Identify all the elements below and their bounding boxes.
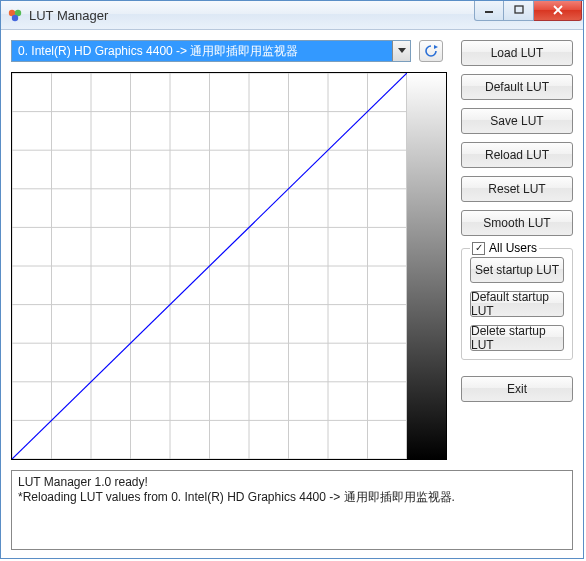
delete-startup-lut-button[interactable]: Delete startup LUT — [470, 325, 564, 351]
save-lut-button[interactable]: Save LUT — [461, 108, 573, 134]
refresh-icon — [423, 43, 439, 59]
client-area: 0. Intel(R) HD Graphics 4400 -> 通用即插即用监视… — [1, 30, 583, 558]
device-select[interactable]: 0. Intel(R) HD Graphics 4400 -> 通用即插即用监视… — [11, 40, 411, 62]
svg-marker-8 — [434, 45, 438, 49]
load-lut-button[interactable]: Load LUT — [461, 40, 573, 66]
minimize-button[interactable] — [474, 1, 504, 21]
window-title: LUT Manager — [29, 8, 108, 23]
app-icon — [7, 7, 23, 23]
exit-button[interactable]: Exit — [461, 376, 573, 402]
reload-lut-button[interactable]: Reload LUT — [461, 142, 573, 168]
button-panel: Load LUT Default LUT Save LUT Reload LUT… — [447, 40, 573, 402]
reset-lut-button[interactable]: Reset LUT — [461, 176, 573, 202]
titlebar[interactable]: LUT Manager — [1, 1, 583, 30]
svg-marker-7 — [398, 48, 406, 53]
maximize-button[interactable] — [504, 1, 534, 21]
close-button[interactable] — [534, 1, 582, 21]
app-window: LUT Manager 0. Intel(R) HD Graphics 4400… — [0, 0, 584, 559]
default-startup-lut-button[interactable]: Default startup LUT — [470, 291, 564, 317]
lut-chart-container — [11, 72, 447, 460]
log-output: LUT Manager 1.0 ready! *Reloading LUT va… — [11, 470, 573, 550]
set-startup-lut-button[interactable]: Set startup LUT — [470, 257, 564, 283]
gradient-scale — [406, 73, 446, 459]
device-select-value: 0. Intel(R) HD Graphics 4400 -> 通用即插即用监视… — [12, 41, 392, 61]
window-controls — [474, 1, 582, 21]
refresh-button[interactable] — [419, 40, 443, 62]
chevron-down-icon[interactable] — [392, 41, 410, 61]
svg-rect-4 — [515, 6, 523, 13]
all-users-checkbox[interactable]: ✓ — [472, 242, 485, 255]
default-lut-button[interactable]: Default LUT — [461, 74, 573, 100]
svg-point-2 — [12, 15, 18, 21]
smooth-lut-button[interactable]: Smooth LUT — [461, 210, 573, 236]
all-users-label: All Users — [489, 241, 537, 255]
lut-chart — [12, 73, 406, 459]
log-line: LUT Manager 1.0 ready! — [18, 475, 566, 490]
all-users-group: ✓ All Users Set startup LUT Default star… — [461, 248, 573, 360]
log-line: *Reloading LUT values from 0. Intel(R) H… — [18, 490, 566, 505]
